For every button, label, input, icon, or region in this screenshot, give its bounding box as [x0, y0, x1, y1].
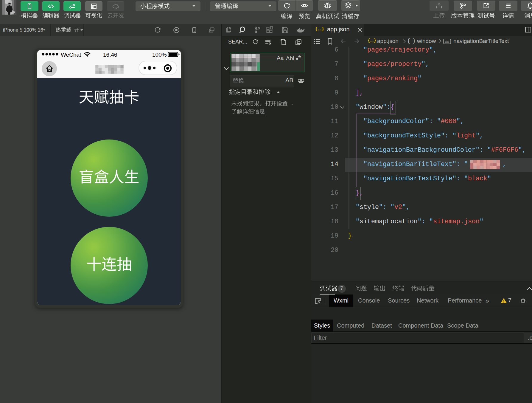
svg-text:abc: abc — [445, 40, 449, 43]
